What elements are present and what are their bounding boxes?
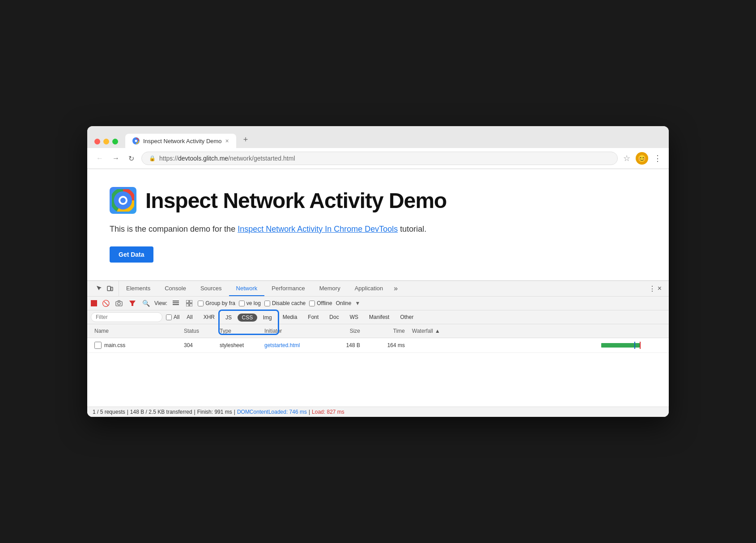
filter-doc-button[interactable]: Doc (326, 313, 342, 321)
new-tab-button[interactable]: + (238, 132, 254, 148)
forward-button[interactable]: → (110, 153, 121, 164)
page-logo (110, 187, 136, 214)
offline-checkbox[interactable]: Offline (309, 300, 332, 306)
hide-data-urls-checkbox[interactable]: All (166, 314, 179, 320)
minimize-traffic-light[interactable] (103, 139, 109, 144)
maximize-traffic-light[interactable] (112, 139, 118, 144)
back-button[interactable]: ← (94, 153, 105, 164)
th-type[interactable]: Type (216, 326, 261, 336)
group-by-frame-label: Group by fra (205, 300, 235, 306)
group-by-frame-checkbox[interactable]: Group by fra (198, 300, 235, 306)
devtools-settings-icon[interactable]: ⋮ (649, 284, 656, 293)
preserve-log-label: ve log (246, 300, 261, 306)
devtools-statusbar: 1 / 5 requests | 148 B / 2.5 KB transfer… (87, 407, 669, 417)
devtools-actions: ⋮ × (645, 284, 665, 293)
dom-content-loaded: DOMContentLoaded: 746 ms (237, 409, 307, 415)
disable-cache-checkbox[interactable]: Disable cache (264, 300, 306, 306)
devtools-close-button[interactable]: × (658, 284, 662, 293)
device-toggle-icon[interactable] (105, 284, 115, 293)
more-tabs-button[interactable]: » (390, 281, 401, 296)
record-button[interactable] (91, 300, 97, 306)
waterfall-line-blue (634, 342, 635, 349)
tab-network[interactable]: Network (229, 281, 265, 296)
active-tab[interactable]: Inspect Network Activity Demo × (125, 134, 236, 148)
load-time: Load: 827 ms (312, 409, 344, 415)
page-title: Inspect Network Activity Demo (145, 188, 446, 213)
filter-icon[interactable] (127, 298, 137, 308)
traffic-lights (94, 139, 118, 148)
th-status[interactable]: Status (180, 326, 216, 336)
svg-point-8 (118, 302, 120, 305)
requests-count: 1 / 5 requests (93, 409, 125, 415)
filter-xhr-button[interactable]: XHR (200, 313, 218, 321)
svg-rect-6 (111, 287, 113, 291)
filter-img-button[interactable]: Img (259, 314, 276, 322)
svg-marker-9 (129, 301, 136, 306)
preserve-log-checkbox[interactable]: ve log (239, 300, 261, 306)
svg-point-4 (120, 198, 126, 203)
filter-other-button[interactable]: Other (396, 313, 417, 321)
filter-ws-button[interactable]: WS (346, 313, 362, 321)
filter-css-button[interactable]: CSS (238, 314, 258, 322)
separator-2: | (194, 409, 195, 415)
filter-js-button[interactable]: JS (222, 314, 235, 322)
group-view-icon[interactable] (184, 298, 194, 308)
throttle-dropdown-icon[interactable]: ▼ (355, 300, 360, 306)
description-prefix: This is the companion demo for the (110, 225, 238, 233)
svg-point-1 (135, 140, 137, 142)
clear-button[interactable]: 🚫 (101, 298, 110, 308)
waterfall-bar-green (601, 343, 640, 348)
tab-performance[interactable]: Performance (264, 281, 312, 296)
camera-button[interactable] (114, 298, 124, 308)
address-bar: ← → ↻ 🔒 https://devtools.glitch.me/netwo… (87, 148, 669, 169)
throttle-select[interactable]: Online (336, 300, 352, 306)
search-icon[interactable]: 🔍 (141, 298, 151, 308)
browser-window: Inspect Network Activity Demo × + ← → ↻ … (87, 126, 669, 417)
url-bar[interactable]: 🔒 https://devtools.glitch.me/network/get… (141, 152, 618, 165)
svg-rect-10 (173, 301, 179, 301)
filter-input[interactable] (91, 312, 162, 322)
filter-media-button[interactable]: Media (279, 313, 301, 321)
inspector-icon[interactable] (94, 284, 104, 293)
filter-manifest-button[interactable]: Manifest (365, 313, 393, 321)
empty-network-area (87, 353, 669, 407)
tab-close-button[interactable]: × (225, 137, 229, 144)
th-time[interactable]: Time (364, 326, 408, 336)
tab-console[interactable]: Console (157, 281, 193, 296)
sort-icon: ▲ (435, 328, 440, 334)
tab-application[interactable]: Application (348, 281, 391, 296)
tab-title: Inspect Network Activity Demo (143, 138, 222, 144)
close-traffic-light[interactable] (94, 139, 100, 144)
table-row[interactable]: main.css 304 stylesheet getstarted.html … (87, 338, 669, 353)
svg-rect-12 (173, 304, 179, 305)
th-waterfall[interactable]: Waterfall ▲ (408, 326, 665, 336)
separator-4: | (309, 409, 310, 415)
finish-time: Finish: 991 ms (197, 409, 232, 415)
svg-rect-16 (190, 304, 192, 306)
reload-button[interactable]: ↻ (127, 153, 136, 165)
row-checkbox[interactable] (94, 342, 102, 349)
th-size[interactable]: Size (328, 326, 364, 336)
row-status: 304 (180, 340, 216, 350)
description-suffix: tutorial. (400, 225, 426, 233)
tutorial-link[interactable]: Inspect Network Activity In Chrome DevTo… (238, 225, 398, 233)
devtools-toolbar: Elements Console Sources Network Perform… (87, 281, 669, 297)
list-view-icon[interactable] (171, 298, 181, 308)
page-content: Inspect Network Activity Demo This is th… (87, 169, 669, 280)
tab-sources[interactable]: Sources (193, 281, 229, 296)
browser-menu-button[interactable]: ⋮ (654, 153, 662, 163)
get-data-button[interactable]: Get Data (110, 246, 153, 263)
th-name[interactable]: Name (91, 326, 180, 336)
filter-font-button[interactable]: Font (304, 313, 322, 321)
lock-icon: 🔒 (149, 155, 156, 161)
page-header: Inspect Network Activity Demo (110, 187, 646, 214)
filter-all-button[interactable]: All (183, 313, 196, 321)
th-initiator[interactable]: Initiator (261, 326, 328, 336)
svg-rect-14 (190, 300, 192, 303)
svg-rect-15 (186, 304, 189, 306)
tab-elements[interactable]: Elements (119, 281, 157, 296)
transferred-size: 148 B / 2.5 KB transferred (130, 409, 192, 415)
bookmark-icon[interactable]: ☆ (623, 153, 630, 163)
network-table-body: main.css 304 stylesheet getstarted.html … (87, 338, 669, 407)
tab-memory[interactable]: Memory (312, 281, 348, 296)
